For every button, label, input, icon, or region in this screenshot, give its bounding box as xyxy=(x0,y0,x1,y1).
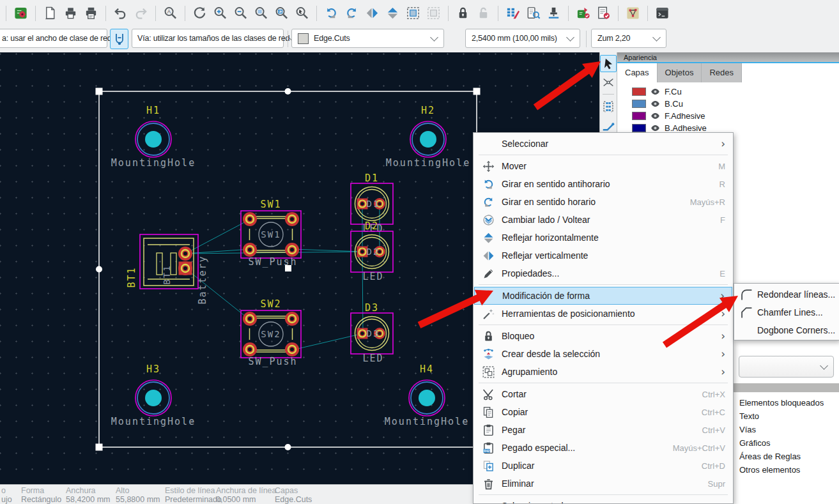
filter-item[interactable]: Texto xyxy=(734,409,839,423)
component-BT1[interactable]: BT1BT1Battery xyxy=(126,234,208,305)
menu-item-girar-en-sentido-antihorario[interactable]: Girar en sentido antihorarioR xyxy=(473,175,733,193)
component-H4[interactable]: H4MountingHole xyxy=(385,363,469,427)
footprint-editor-icon[interactable] xyxy=(505,5,521,21)
lock-icon[interactable] xyxy=(455,5,471,21)
component-D3[interactable]: D3D3LED xyxy=(351,302,393,364)
menu-item-mover[interactable]: MoverM xyxy=(473,157,733,175)
menu-item-cambiar-lado-voltear[interactable]: Cambiar lado / VoltearF xyxy=(473,211,733,229)
find-icon[interactable]: A xyxy=(162,5,178,21)
visibility-eye-icon[interactable] xyxy=(650,87,660,96)
tab-redes[interactable]: Redes xyxy=(702,63,742,82)
layer-row-b-cu[interactable]: B.Cu xyxy=(617,98,839,110)
selection-midpoint-handle[interactable] xyxy=(96,266,102,273)
print-icon[interactable] xyxy=(63,5,79,21)
zoom-select[interactable]: Zum 2,20 xyxy=(591,29,666,48)
menu-item-reflejar-verticalmente[interactable]: Reflejar verticalmente xyxy=(473,247,733,264)
menu-item-redondear-líneas[interactable]: Redondear líneas... xyxy=(734,286,839,303)
layer-row-f-adhesive[interactable]: F.Adhesive xyxy=(617,110,839,122)
net-nodes-icon[interactable] xyxy=(625,5,641,21)
drc-check-icon[interactable] xyxy=(596,5,612,21)
menu-item-eliminar[interactable]: EliminarSupr xyxy=(473,475,733,493)
page-sheet-icon[interactable] xyxy=(42,5,58,21)
menu-item-propiedades[interactable]: Propiedades...E xyxy=(473,264,733,282)
menu-item-copiar[interactable]: CopiarCtrl+C xyxy=(473,403,733,421)
unlock-icon[interactable] xyxy=(475,5,491,21)
component-H3[interactable]: H3MountingHole xyxy=(111,363,196,427)
menu-item-herramientas-de-posicionamiento[interactable]: Herramientas de posicionamiento› xyxy=(473,305,733,323)
rotate-cw-icon[interactable] xyxy=(344,5,360,21)
footprint-browser-icon[interactable] xyxy=(525,5,541,21)
selection-corner-handle[interactable] xyxy=(96,88,103,95)
component-H2[interactable]: H2MountingHole xyxy=(386,105,470,169)
zoom-selection-icon[interactable] xyxy=(294,5,310,21)
filter-item[interactable]: Vías xyxy=(734,423,839,436)
shortcut-label: R xyxy=(720,179,725,189)
refresh-icon[interactable] xyxy=(192,5,208,21)
component-SW1[interactable]: SW1SW1SW_Push xyxy=(241,199,301,268)
mirror-horizontal-icon[interactable] xyxy=(385,5,401,21)
selection-center-handle[interactable] xyxy=(285,265,291,271)
tab-capas[interactable]: Capas xyxy=(617,63,658,82)
rotate-ccw-icon[interactable] xyxy=(323,5,339,21)
menu-item-reflejar-horizontalmente[interactable]: Reflejar horizontalmente xyxy=(473,229,733,247)
visibility-eye-icon[interactable] xyxy=(650,99,660,109)
route-tracks-tool-button[interactable] xyxy=(600,116,617,134)
selection-midpoint-handle[interactable] xyxy=(285,88,291,95)
zoom-out-icon[interactable] xyxy=(233,5,249,21)
footprint-add-tool-button[interactable] xyxy=(600,98,617,115)
tab-objetos[interactable]: Objetos xyxy=(658,63,702,82)
filter-item[interactable]: Elementos bloqueados xyxy=(734,396,839,409)
selection-corner-handle[interactable] xyxy=(96,444,103,451)
selection-midpoint-handle[interactable] xyxy=(285,444,291,450)
ungroup-icon[interactable] xyxy=(426,5,442,21)
mirror-vertical-icon[interactable] xyxy=(364,5,380,21)
layer-color-swatch[interactable] xyxy=(632,124,646,132)
menu-item-crear-desde-la-selección[interactable]: Crear desde la selección› xyxy=(473,345,733,363)
menu-item-cortar[interactable]: CortarCtrl+X xyxy=(473,385,733,403)
menu-item-girar-en-sentido-horario[interactable]: Girar en sentido horarioMayús+R xyxy=(473,193,733,211)
redo-icon[interactable] xyxy=(133,5,149,21)
pcb-setup-icon[interactable] xyxy=(13,5,29,21)
visibility-eye-icon[interactable] xyxy=(650,123,660,133)
cursor-select-tool-button[interactable] xyxy=(600,55,617,72)
zoom-fit-icon[interactable] xyxy=(253,5,269,21)
active-layer-select[interactable]: Edge.Cuts xyxy=(291,29,444,48)
group-icon[interactable] xyxy=(405,5,421,21)
menu-item-agrupamiento[interactable]: Agrupamiento› xyxy=(473,363,733,381)
menu-item-chamfer-lines[interactable]: Chamfer Lines... xyxy=(734,303,839,321)
undo-icon[interactable] xyxy=(112,5,128,21)
component-H1[interactable]: H1MountingHole xyxy=(111,105,196,169)
layer-color-swatch[interactable] xyxy=(632,88,646,96)
filter-item[interactable]: Áreas de Reglas xyxy=(734,450,839,463)
track-posture-toggle[interactable] xyxy=(110,29,128,49)
menu-item-dogbone-corners[interactable]: Dogbone Corners... xyxy=(734,321,839,339)
grid-select[interactable]: 2,5400 mm (100,00 mils) xyxy=(465,29,580,48)
plot-icon[interactable] xyxy=(83,5,99,21)
menu-item-bloqueo[interactable]: Bloqueo› xyxy=(473,327,733,345)
scripting-console-icon[interactable] xyxy=(654,5,670,21)
ratsnest-x-tool-button[interactable] xyxy=(600,73,617,91)
presets-dropdown[interactable] xyxy=(739,356,834,378)
update-pcb-icon[interactable] xyxy=(575,5,591,21)
layer-color-swatch[interactable] xyxy=(632,100,646,108)
zoom-in-icon[interactable] xyxy=(212,5,228,21)
track-width-select[interactable]: a: usar el ancho de clase de red xyxy=(0,29,107,48)
menu-item-pegado-especial[interactable]: R42Pegado especial...Mayús+Ctrl+V xyxy=(473,439,733,457)
toolbar-separator xyxy=(603,94,614,95)
component-SW2[interactable]: SW2SW2SW_Push xyxy=(241,298,301,367)
layer-color-swatch[interactable] xyxy=(632,112,646,120)
menu-item-pegar[interactable]: PegarCtrl+V xyxy=(473,421,733,439)
zoom-objects-icon[interactable] xyxy=(273,5,289,21)
footprint-placement-icon[interactable] xyxy=(546,5,562,21)
menu-item-seleccionar-todo[interactable]: Seleccionar todoCtrl+A xyxy=(473,497,733,504)
filter-item[interactable]: Gráficos xyxy=(734,436,839,450)
visibility-eye-icon[interactable] xyxy=(650,111,660,121)
filter-item[interactable]: Otros elementos xyxy=(734,463,839,477)
menu-item-modificación-de-forma[interactable]: Modificación de forma› xyxy=(474,287,732,305)
layer-row-f-cu[interactable]: F.Cu xyxy=(617,86,839,98)
via-size-select[interactable]: Vía: utilizar los tamaños de las clases … xyxy=(132,29,284,48)
component-D2[interactable]: D2D2LED xyxy=(351,220,393,282)
menu-item-seleccionar[interactable]: Seleccionar› xyxy=(473,135,733,153)
menu-item-duplicar[interactable]: DuplicarCtrl+D xyxy=(473,457,733,475)
selection-corner-handle[interactable] xyxy=(473,88,481,95)
